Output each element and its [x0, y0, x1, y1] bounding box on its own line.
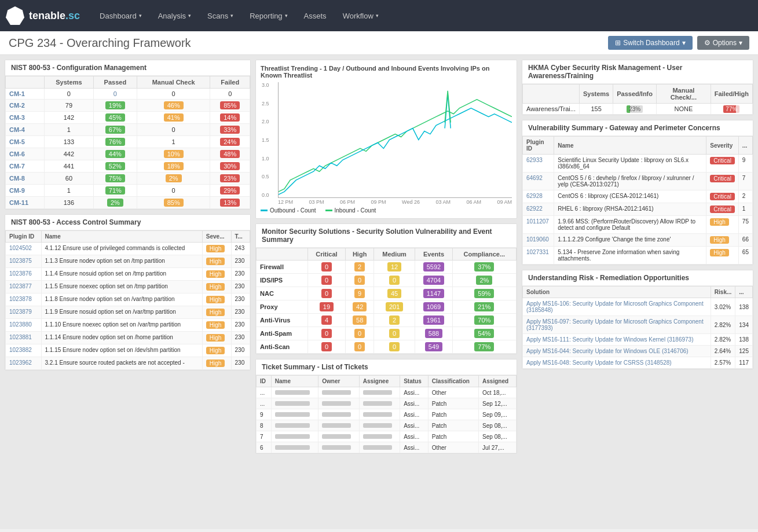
cm-cell-systems: 133 [45, 136, 94, 148]
logo[interactable]: tenable.sc [6, 6, 80, 25]
cm-cell-passed: 67% [93, 124, 137, 136]
monitor-cell-medium: 12 [374, 261, 415, 274]
config-management-panel: NIST 800-53 - Configuration Management S… [5, 60, 251, 210]
options-button[interactable]: ⚙ Options ▾ [697, 36, 749, 50]
ac-cell-sev: High [202, 293, 231, 306]
tk-cell-id: 8 [257, 420, 272, 431]
vuln-row: 1019060 1.1.1.2.29 Configure 'Change the… [523, 234, 753, 247]
monitor-cell-high: 58 [346, 314, 374, 327]
cm-row: CM-6 442 44% 10% 48% [6, 148, 250, 160]
ac-cell-id: 1023962 [6, 357, 42, 370]
monitor-cell-compliance: 54% [452, 327, 516, 340]
tk-cell-assigned: Sep 09,... [479, 409, 517, 420]
outbound-color [261, 210, 268, 211]
nav-assets[interactable]: Assets [296, 0, 335, 31]
tk-cell-assignee [359, 420, 400, 431]
cm-cell-id: CM-4 [6, 124, 45, 136]
vt-cell-id: 1019060 [523, 234, 554, 247]
cm-cell-systems: 136 [45, 197, 94, 209]
tk-col-class: Classification [428, 376, 478, 387]
cm-row: CM-4 1 67% 0 33% [6, 124, 250, 136]
ac-col-t: T... [231, 231, 250, 243]
cm-cell-id: CM-5 [6, 136, 45, 148]
cm-cell-id: CM-3 [6, 112, 45, 124]
vt-cell-id: 64692 [523, 173, 554, 190]
cm-cell-id: CM-8 [6, 173, 45, 185]
hkma-cell-manual: NONE [657, 104, 711, 115]
ac-cell-sev: High [202, 306, 231, 319]
cm-cell-manual: 1 [137, 136, 210, 148]
monitor-cell-critical: 0 [307, 340, 346, 354]
nav-scans[interactable]: Scans ▾ [199, 0, 241, 31]
rem-cell-count: 125 [735, 346, 753, 357]
vt-cell-name: CentOS 6 : libproxy (CESA-2012:1461) [554, 190, 706, 203]
monitor-row: Firewall 0 2 12 5592 37% [257, 261, 517, 274]
rem-cell-count: 138 [735, 298, 753, 316]
cm-cell-failed: 13% [210, 197, 250, 209]
ac-cell-t: 230 [231, 255, 250, 268]
ac-cell-id: 1024502 [6, 243, 42, 255]
tk-cell-class: Patch [428, 409, 478, 420]
ac-cell-name: 1.1.10 Ensure noexec option set on /var/… [41, 319, 202, 332]
ac-col-plugin: Plugin ID [6, 231, 42, 243]
monitor-cell-medium: 201 [374, 300, 415, 314]
rem-row: Apply MS16-044: Security Update for Wind… [523, 346, 753, 357]
cm-cell-systems: 1 [45, 124, 94, 136]
nav-workflow[interactable]: Workflow ▾ [335, 0, 387, 31]
nav-reporting[interactable]: Reporting ▾ [241, 0, 295, 31]
hkma-table: Systems Passed/Info Manual Check/... Fai… [522, 84, 753, 115]
nav-dashboard[interactable]: Dashboard ▾ [91, 0, 150, 31]
rem-row: Apply MS16-111: Security Update for Wind… [523, 334, 753, 346]
tk-cell-owner [318, 398, 359, 409]
monitor-cell-compliance: 37% [452, 261, 516, 274]
cm-cell-systems: 442 [45, 148, 94, 160]
switch-dashboard-button[interactable]: ⊞ Switch Dashboard ▾ [608, 36, 692, 50]
ac-cell-t: 230 [231, 281, 250, 293]
cm-row: CM-8 60 75% 2% 23% [6, 173, 250, 185]
cm-cell-passed: 0 [93, 89, 137, 100]
ac-row: 1023879 1.1.9 Ensure nosuid option set o… [6, 306, 250, 319]
tk-cell-name [271, 398, 318, 409]
legend-outbound: Outbound - Count [261, 207, 316, 214]
monitor-cell-high: 0 [346, 340, 374, 354]
tk-cell-assignee [359, 431, 400, 442]
nav-analysis[interactable]: Analysis ▾ [150, 0, 199, 31]
mid-column: Threatlist Trending - 1 Day / Outbound a… [255, 60, 517, 524]
monitor-cell-high: 9 [346, 287, 374, 300]
logo-text: tenable.sc [29, 10, 80, 22]
vt-cell-name: Scientific Linux Security Update : libpr… [554, 155, 706, 173]
cm-row: CM-3 142 45% 41% 14% [6, 112, 250, 124]
hkma-cell-name: Awareness/Trai... [523, 104, 580, 115]
rem-col-risk: Risk... [711, 287, 735, 298]
tk-cell-assigned: Oct 18,... [479, 387, 517, 398]
ac-cell-name: 4.1.12 Ensure use of privileged commands… [41, 243, 202, 255]
ac-cell-id: 1023882 [6, 344, 42, 357]
cm-cell-passed: 45% [93, 112, 137, 124]
cm-cell-passed: 71% [93, 185, 137, 197]
ac-cell-id: 1023878 [6, 293, 42, 306]
hkma-cell-passed: 23% [613, 104, 657, 115]
hk-col-manual: Manual Check/... [657, 85, 711, 104]
ac-cell-t: 243 [231, 243, 250, 255]
tk-cell-owner [318, 409, 359, 420]
cm-cell-systems: 60 [45, 173, 94, 185]
monitor-cell-events: 549 [415, 340, 453, 354]
ac-row: 1023962 3.2.1 Ensure source routed packe… [6, 357, 250, 370]
tk-cell-assigned: Sep 08,... [479, 431, 517, 442]
rem-col-count: ... [735, 287, 753, 298]
cm-cell-manual: 10% [137, 148, 210, 160]
access-control-table: Plugin ID Name Seve... T... 1024502 4.1.… [5, 230, 250, 370]
vt-cell-name: RHEL 6 : libproxy (RHSA-2012:1461) [554, 203, 706, 216]
monitor-row: Anti-Virus 4 58 2 1961 70% [257, 314, 517, 327]
ac-cell-id: 1023880 [6, 319, 42, 332]
ac-cell-name: 1.1.9 Ensure nosuid option set on /var/t… [41, 306, 202, 319]
ac-cell-name: 1.1.8 Ensure nodev option set on /var/tm… [41, 293, 202, 306]
vt-cell-name: 1.9.66 MSS: (PerformRouterDiscovery) All… [554, 216, 706, 234]
tk-cell-name [271, 431, 318, 442]
ac-cell-t: 230 [231, 306, 250, 319]
cm-cell-manual: 0 [137, 185, 210, 197]
cm-cell-failed: 29% [210, 185, 250, 197]
vt-cell-count: 66 [738, 234, 752, 247]
monitor-cell-events: 1147 [415, 287, 453, 300]
ticket-row: 9 Assi... Patch Sep 09,... [257, 409, 517, 420]
